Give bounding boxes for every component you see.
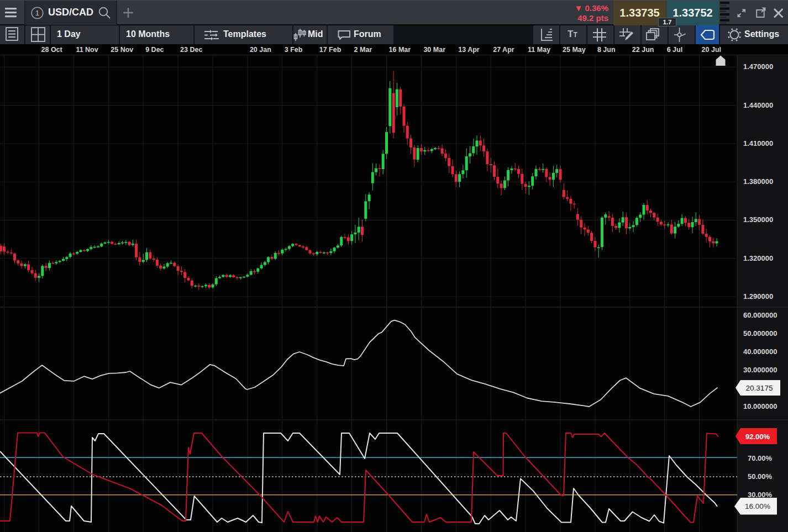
svg-text:1.440000: 1.440000 [743,101,773,109]
svg-text:1: 1 [35,9,39,17]
svg-text:6 Jul: 6 Jul [667,46,683,54]
svg-text:92.00%: 92.00% [745,433,770,441]
svg-text:27 Apr: 27 Apr [493,46,514,54]
svg-text:1.320000: 1.320000 [743,254,773,262]
svg-text:30.00%: 30.00% [748,491,773,499]
svg-text:20 Jul: 20 Jul [702,46,721,54]
svg-text:20.3175: 20.3175 [746,384,773,392]
svg-text:1.410000: 1.410000 [743,139,773,148]
svg-text:13 Apr: 13 Apr [458,46,480,54]
svg-text:22 Jun: 22 Jun [632,46,654,54]
svg-text:50.00%: 50.00% [748,472,773,481]
svg-text:16.00%: 16.00% [745,502,770,510]
svg-text:30 Mar: 30 Mar [423,46,445,54]
svg-text:3 Feb: 3 Feb [285,46,303,54]
svg-text:17 Feb: 17 Feb [319,46,342,54]
svg-text:16 Mar: 16 Mar [389,46,411,54]
svg-text:25 May: 25 May [563,46,586,54]
svg-text:8 Jun: 8 Jun [597,46,616,54]
svg-text:1.290000: 1.290000 [743,292,773,301]
svg-text:9 Dec: 9 Dec [145,46,164,54]
svg-text:1.470000: 1.470000 [743,62,773,71]
svg-text:40.000000: 40.000000 [743,347,777,356]
svg-text:20 Jan: 20 Jan [250,46,271,54]
svg-text:70.00%: 70.00% [748,454,773,462]
svg-text:28 Oct: 28 Oct [41,46,63,54]
svg-text:50.000000: 50.000000 [743,329,777,338]
svg-text:23 Dec: 23 Dec [180,46,202,54]
svg-text:25 Nov: 25 Nov [111,46,133,54]
svg-text:60.000000: 60.000000 [743,311,777,319]
svg-text:10.000000: 10.000000 [743,402,777,410]
svg-text:1.350000: 1.350000 [743,215,773,224]
svg-text:11 May: 11 May [528,46,550,54]
svg-text:30.000000: 30.000000 [743,366,777,374]
svg-text:11 Nov: 11 Nov [76,46,98,54]
svg-text:2 Mar: 2 Mar [354,46,372,54]
svg-text:1.380000: 1.380000 [743,177,773,186]
